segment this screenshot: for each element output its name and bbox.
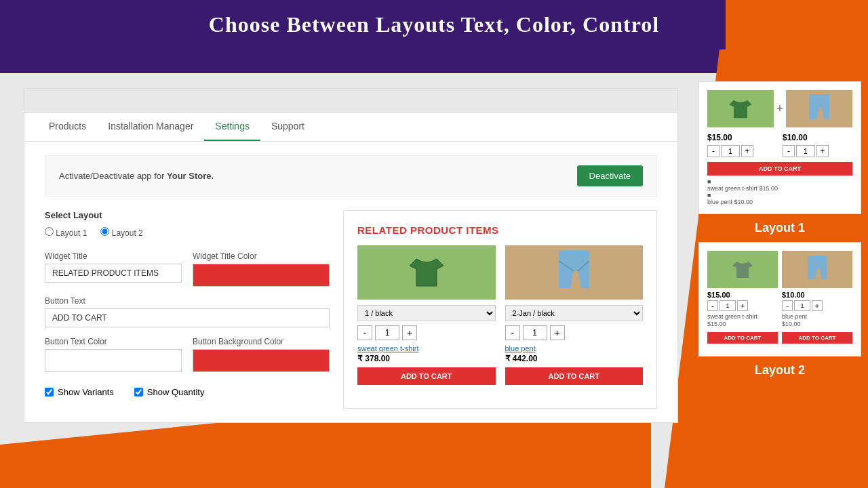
layout-radio-group: Layout 1 Layout 2 <box>45 227 330 241</box>
variant-select-2[interactable]: 2-Jan / black <box>505 305 644 321</box>
layout2-radio-item[interactable]: Layout 2 <box>100 227 142 238</box>
l2-add-to-cart-2[interactable]: ADD TO CART <box>782 332 852 344</box>
button-bg-color-swatch[interactable] <box>193 349 330 372</box>
l2-qty-plus-2[interactable]: + <box>812 300 823 311</box>
l2-qty-row-1: - + <box>707 300 778 311</box>
app-panel: Products Installation Manager Settings S… <box>24 88 678 423</box>
tab-installation[interactable]: Installation Manager <box>97 113 204 141</box>
l1-qty-input-1[interactable] <box>721 145 740 157</box>
store-name: Your Store. <box>167 171 214 181</box>
l1-caption-2: ■ blue pent $10.00 <box>707 192 852 205</box>
l1-jeans-icon <box>806 94 832 124</box>
qty-plus-1[interactable]: + <box>402 325 417 340</box>
l1-price-1: $15.00 <box>707 133 777 142</box>
l1-add-to-cart[interactable]: ADD TO CART <box>707 162 852 176</box>
button-text-color-label: Button Text Color <box>45 337 182 346</box>
deactivate-button[interactable]: Deactivate <box>577 165 643 186</box>
l1-qty-plus-2[interactable]: + <box>816 145 829 157</box>
l2-qty-minus-2[interactable]: - <box>782 300 793 311</box>
qty-minus-2[interactable]: - <box>505 325 520 340</box>
l1-qty-minus-1[interactable]: - <box>707 145 719 157</box>
l1-caption: ■ sweat green t-shirt $15.00 ■ blue pent… <box>707 178 852 205</box>
l2-tshirt-icon <box>730 258 755 282</box>
l2-img-2 <box>782 251 852 288</box>
tab-settings[interactable]: Settings <box>204 113 260 141</box>
l2-product-2: $10.00 - + blue pent $10.00 ADD TO CART <box>782 251 852 344</box>
show-quantity-checkbox[interactable] <box>134 388 143 396</box>
qty-minus-1[interactable]: - <box>357 325 372 340</box>
checkbox-row: Show Variants Show Quantity <box>45 387 330 397</box>
svg-rect-3 <box>809 94 829 101</box>
product-img-2 <box>505 245 644 300</box>
show-variants-item[interactable]: Show Variants <box>45 387 114 397</box>
button-text-color-swatch[interactable] <box>45 349 182 372</box>
nav-tabs: Products Installation Manager Settings S… <box>24 113 677 142</box>
layout1-radio-item[interactable]: Layout 1 <box>45 227 87 238</box>
l1-tshirt-icon <box>727 96 754 123</box>
activate-row: Activate/Deactivate app for Your Store. … <box>45 155 657 197</box>
header-banner: Choose Between Layouts text, color, Cont… <box>142 0 726 49</box>
l1-price-block-2: $10.00 - + <box>783 133 852 161</box>
show-variants-checkbox[interactable] <box>45 388 54 396</box>
product-item-2: 2-Jan / black - + blue pent ₹ 442.00 ADD… <box>505 245 644 385</box>
button-text-label: Button Text <box>45 296 330 306</box>
layout1-radio[interactable] <box>45 227 54 236</box>
svg-rect-0 <box>559 251 589 261</box>
l2-qty-input-2[interactable] <box>794 300 810 311</box>
l2-sub-price-1: $15.00 <box>707 321 778 327</box>
l2-add-to-cart-1[interactable]: ADD TO CART <box>707 332 778 344</box>
qty-input-2[interactable] <box>523 325 547 340</box>
product-name-2[interactable]: blue pent <box>505 344 644 352</box>
product-name-1[interactable]: sweat green t-shirt <box>357 344 496 352</box>
select-layout-field: Select Layout Layout 1 Layout 2 <box>45 210 330 241</box>
add-to-cart-1[interactable]: ADD TO CART <box>357 367 496 385</box>
l1-price-block-1: $15.00 - + <box>707 133 777 161</box>
l2-price-2: $10.00 <box>782 291 852 299</box>
l1-qty-row-1: - + <box>707 145 777 157</box>
show-variants-label: Show Variants <box>58 387 114 397</box>
l1-qty-minus-2[interactable]: - <box>783 145 795 157</box>
l2-jeans-icon <box>806 255 829 285</box>
widget-title-row: Widget Title Widget Title Color <box>45 251 330 296</box>
layout2-radio-label: Layout 2 <box>112 228 143 238</box>
button-text-input[interactable] <box>45 308 330 327</box>
tab-support[interactable]: Support <box>260 113 315 141</box>
l1-product-1 <box>707 90 774 127</box>
l1-price-2: $10.00 <box>783 133 852 142</box>
add-to-cart-2[interactable]: ADD TO CART <box>505 367 644 385</box>
button-bg-color-label: Button Background Color <box>193 337 330 346</box>
l2-sub-price-2: $10.00 <box>782 321 852 327</box>
l2-qty-minus-1[interactable]: - <box>707 300 718 311</box>
layout1-panel: + $15.00 - + $10.00 <box>698 81 861 214</box>
product-price-1: ₹ 378.00 <box>357 354 496 363</box>
variant-select-1[interactable]: 1 / black <box>357 305 496 321</box>
qty-plus-2[interactable]: + <box>550 325 565 340</box>
l1-price-row: $15.00 - + $10.00 - + <box>707 133 852 161</box>
layout2-label: Layout 2 <box>698 357 861 384</box>
l1-plus-icon: + <box>776 102 784 116</box>
button-text-color-field: Button Text Color <box>45 337 182 372</box>
widget-title-input[interactable] <box>45 264 182 283</box>
button-colors-row: Button Text Color Button Background Colo… <box>45 337 330 382</box>
widget-title-field: Widget Title <box>45 251 182 287</box>
l1-qty-input-2[interactable] <box>796 145 815 157</box>
l1-caption-1: ■ sweat green t-shirt $15.00 <box>707 178 852 192</box>
button-bg-color-field: Button Background Color <box>193 337 330 372</box>
l2-qty-plus-1[interactable]: + <box>737 300 748 311</box>
tshirt-icon <box>406 252 447 293</box>
l1-product-2 <box>786 90 852 127</box>
widget-title-color-swatch[interactable] <box>193 264 330 287</box>
show-quantity-item[interactable]: Show Quantity <box>134 387 205 397</box>
l2-name-1: sweat green t-shirt <box>707 313 778 320</box>
qty-input-1[interactable] <box>375 325 399 340</box>
top-bar <box>24 89 677 113</box>
select-layout-label: Select Layout <box>45 210 330 220</box>
layout2-radio[interactable] <box>100 227 109 236</box>
tab-products[interactable]: Products <box>38 113 97 141</box>
qty-row-2: - + <box>505 325 644 340</box>
widget-title-label: Widget Title <box>45 251 182 261</box>
l1-qty-row-2: - + <box>783 145 852 157</box>
product-item-1: 1 / black - + sweat green t-shirt ₹ 378.… <box>357 245 496 385</box>
l2-qty-input-1[interactable] <box>719 300 736 311</box>
l1-qty-plus-1[interactable]: + <box>741 145 753 157</box>
